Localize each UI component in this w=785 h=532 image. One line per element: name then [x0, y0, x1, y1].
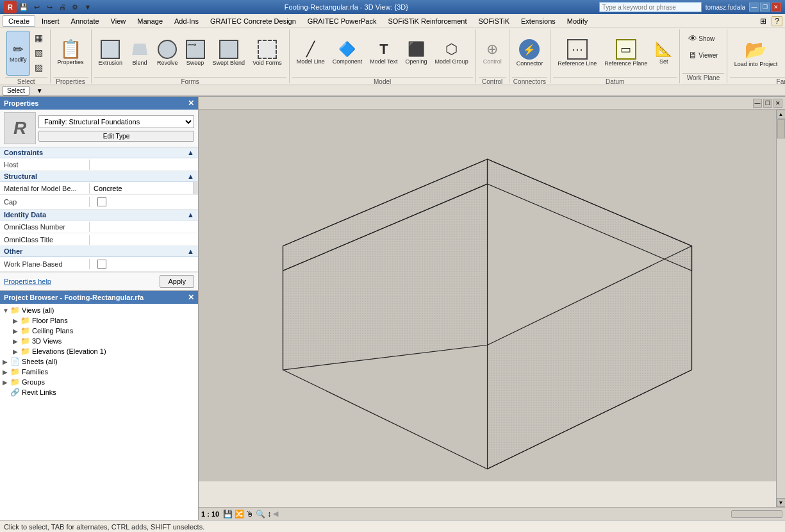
help-button[interactable]: ?: [772, 16, 782, 26]
nav-btn1[interactable]: 🔀: [235, 510, 244, 519]
menu-manage[interactable]: Manage: [132, 16, 168, 26]
families-toggle[interactable]: ▶: [3, 369, 10, 376]
app-icon[interactable]: R: [4, 1, 17, 13]
ribbon-btn-swept-blend[interactable]: Swept Blend: [210, 31, 249, 76]
scrollbar-track[interactable]: [777, 119, 786, 498]
view-close-btn[interactable]: ✕: [773, 99, 782, 108]
nav-btn2[interactable]: 🖱: [246, 510, 254, 519]
ribbon-btn-model-text[interactable]: T Model Text: [367, 31, 401, 76]
prop-value-material[interactable]: Concrete: [90, 183, 193, 194]
tree-item-revit-links[interactable]: ▶ 🔗 Revit Links: [0, 387, 198, 397]
view-restore-btn[interactable]: ❐: [763, 99, 772, 108]
3d-views-toggle[interactable]: ▶: [13, 338, 21, 345]
customize-button[interactable]: ▼: [82, 1, 94, 13]
menu-annotate[interactable]: Annotate: [66, 16, 104, 26]
nav-btn3[interactable]: 🔍: [256, 510, 265, 519]
ribbon-btn-set[interactable]: 📐 Set: [652, 31, 675, 76]
menu-graitec-concrete[interactable]: GRAITEC Concrete Design: [205, 16, 301, 26]
scrollbar-down-button[interactable]: ▼: [777, 498, 786, 507]
view-minimize-btn[interactable]: —: [753, 99, 762, 108]
menu-graitec-power[interactable]: GRAITEC PowerPack: [302, 16, 382, 26]
undo-button[interactable]: ↩: [31, 1, 42, 13]
views-all-toggle[interactable]: ▼: [3, 307, 10, 314]
ribbon-btn-blend[interactable]: Blend: [127, 31, 153, 76]
tree-item-ceiling-plans[interactable]: ▶ 📁 Ceiling Plans: [10, 326, 198, 336]
prop-value-omniclass-num[interactable]: [90, 226, 198, 228]
identity-header[interactable]: Identity Data ▲: [0, 210, 198, 220]
ribbon-btn-sel2[interactable]: ▧: [31, 46, 46, 60]
zoom-slider[interactable]: [731, 510, 782, 518]
prop-value-omniclass-title[interactable]: [90, 238, 198, 241]
search-input[interactable]: [599, 2, 702, 12]
ribbon-btn-viewer[interactable]: 🖥 Viewer: [684, 47, 722, 63]
save-button[interactable]: 💾: [18, 1, 29, 13]
ribbon-btn-control[interactable]: ⊕ Control: [480, 31, 505, 76]
ribbon-btn-sweep[interactable]: ⟿ Sweep: [183, 31, 208, 76]
tree-item-groups[interactable]: ▶ 📁 Groups: [0, 377, 198, 387]
ribbon-btn-properties[interactable]: 📋 Properties: [54, 31, 87, 76]
ribbon-btn-load-project-close[interactable]: 📂 Load into Project and Close: [782, 31, 785, 76]
ribbon-btn-void-forms[interactable]: Void Forms: [249, 31, 285, 76]
tree-item-views-all[interactable]: ▼ 📁 Views (all): [0, 305, 198, 315]
menu-modify[interactable]: Modify: [562, 16, 593, 26]
properties-close-button[interactable]: ✕: [188, 99, 194, 108]
close-button[interactable]: ✕: [771, 3, 781, 12]
ribbon-btn-sel1[interactable]: ▦: [31, 31, 46, 45]
menu-extensions[interactable]: Extensions: [516, 16, 561, 26]
print-button[interactable]: 🖨: [56, 1, 68, 13]
menu-sofistik[interactable]: SOFiSTiK: [474, 16, 515, 26]
ribbon-btn-connector[interactable]: ⚡ Connector: [513, 31, 547, 76]
family-dropdown[interactable]: Family: Structural Foundations: [38, 115, 194, 128]
cap-checkbox[interactable]: [97, 197, 106, 206]
ribbon-btn-model-group[interactable]: ⬡ Model Group: [432, 31, 472, 76]
ribbon-btn-revolve[interactable]: Revolve: [154, 31, 181, 76]
menu-sofistik-reinf[interactable]: SOFiSTiK Reinforcement: [383, 16, 472, 26]
ribbon-btn-sel3[interactable]: ▨: [31, 60, 46, 74]
ribbon-btn-load-project[interactable]: 📂 Load into Project: [731, 31, 781, 76]
revit-links-toggle[interactable]: ▶: [3, 389, 10, 396]
scrollbar-thumb[interactable]: [777, 119, 785, 138]
edit-type-button[interactable]: Edit Type: [38, 131, 194, 142]
menu-view[interactable]: View: [106, 16, 131, 26]
workplane-checkbox[interactable]: [97, 260, 106, 269]
other-header[interactable]: Other ▲: [0, 246, 198, 257]
3d-canvas[interactable]: [199, 110, 776, 481]
project-browser-close-button[interactable]: ✕: [188, 293, 194, 302]
sheets-toggle[interactable]: ▶: [3, 358, 10, 365]
settings-button[interactable]: ⚙: [69, 1, 81, 13]
properties-apply-button[interactable]: Apply: [160, 275, 194, 288]
ribbon-btn-ref-line[interactable]: ⋯ Reference Line: [554, 31, 600, 76]
ribbon-btn-modify[interactable]: ✏ Modify: [6, 31, 30, 76]
constraints-header[interactable]: Constraints ▲: [0, 147, 198, 158]
nav-btn4[interactable]: ↕: [267, 510, 271, 519]
tree-item-3d-views[interactable]: ▶ 📁 3D Views: [10, 336, 198, 346]
ribbon-btn-model-line[interactable]: ╱ Model Line: [293, 31, 328, 76]
save-view-btn[interactable]: 💾: [223, 510, 233, 519]
structural-header[interactable]: Structural ▲: [0, 171, 198, 182]
ribbon-btn-show[interactable]: 👁 Show: [684, 31, 722, 46]
scrollbar-up-button[interactable]: ▲: [777, 110, 786, 119]
ceiling-plans-toggle[interactable]: ▶: [13, 328, 21, 335]
elevations-toggle[interactable]: ▶: [13, 348, 21, 355]
ribbon-btn-opening[interactable]: ⬛ Opening: [402, 31, 431, 76]
groups-toggle[interactable]: ▶: [3, 379, 10, 386]
menu-insert[interactable]: Insert: [37, 16, 65, 26]
tree-item-elevations[interactable]: ▶ 📁 Elevations (Elevation 1): [10, 346, 198, 356]
ribbon-toggle[interactable]: ⊞: [757, 17, 769, 26]
properties-help-link[interactable]: Properties help: [4, 278, 51, 285]
ribbon-btn-ref-plane[interactable]: ▭ Reference Plane: [601, 31, 650, 76]
menu-addins[interactable]: Add-Ins: [169, 16, 204, 26]
tree-item-families[interactable]: ▶ 📁 Families: [0, 367, 198, 377]
bottom-select-dropdown[interactable]: ▼: [32, 86, 47, 96]
redo-button[interactable]: ↪: [44, 1, 55, 13]
menu-create[interactable]: Create: [3, 15, 35, 27]
ribbon-btn-extrusion[interactable]: Extrusion: [95, 31, 126, 76]
minimize-button[interactable]: —: [749, 3, 759, 12]
ribbon-btn-component[interactable]: 🔷 Component: [329, 31, 366, 76]
tree-item-sheets[interactable]: ▶ 📄 Sheets (all): [0, 356, 198, 367]
restore-button[interactable]: ❐: [760, 3, 770, 12]
floor-plans-toggle[interactable]: ▶: [13, 317, 21, 324]
bottom-select-btn[interactable]: Select: [3, 86, 29, 96]
prop-value-host[interactable]: [90, 163, 198, 166]
tree-item-floor-plans[interactable]: ▶ 📁 Floor Plans: [10, 315, 198, 326]
